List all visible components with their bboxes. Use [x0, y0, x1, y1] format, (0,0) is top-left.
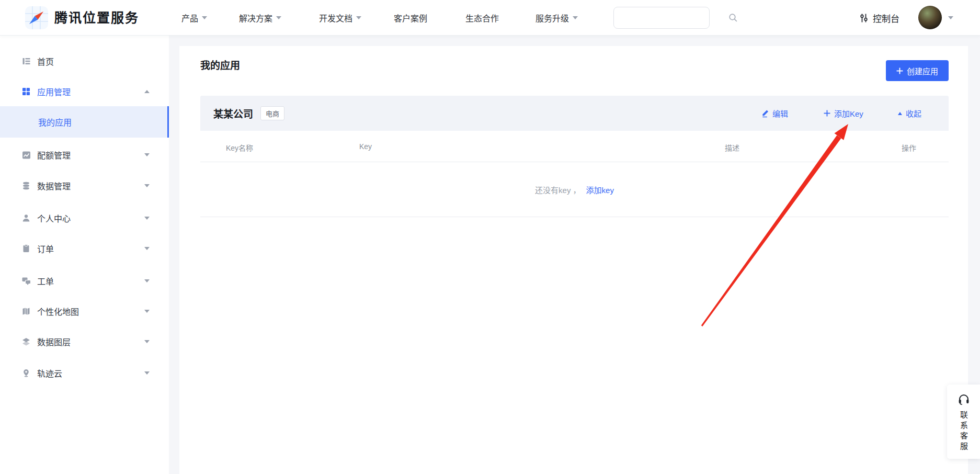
expand-caret-icon [144, 153, 150, 156]
sidebar-item-orders[interactable]: 订单 [0, 235, 169, 262]
app-card-header: 某某公司 电商 编辑 添加Key 收起 [200, 96, 949, 131]
plus-icon [824, 110, 830, 117]
add-key-button[interactable]: 添加Key [824, 96, 863, 131]
sliders-icon [859, 13, 869, 23]
pencil-icon [761, 109, 769, 118]
app-name: 某某公司 [213, 106, 253, 120]
column-header-key: Key [359, 142, 372, 151]
grid-icon [22, 87, 32, 96]
column-header-description: 描述 [725, 142, 739, 153]
sidebar-item-data-layers[interactable]: 数据图层 [0, 329, 169, 355]
contact-support-label: 联系客服 [958, 411, 969, 453]
ticket-chat-icon [22, 277, 32, 286]
user-icon [22, 214, 32, 223]
avatar[interactable] [918, 6, 942, 29]
sidebar-item-app-management[interactable]: 应用管理 [0, 78, 169, 105]
headset-icon [958, 393, 970, 405]
create-app-button[interactable]: 创建应用 [886, 60, 949, 81]
sidebar-item-personal-center[interactable]: 个人中心 [0, 205, 169, 231]
expand-caret-icon [144, 310, 150, 313]
sidebar-item-track-cloud[interactable]: 轨迹云 [0, 360, 169, 386]
app-card: 某某公司 电商 编辑 添加Key 收起 [200, 96, 949, 217]
chevron-down-icon [202, 16, 207, 19]
expand-caret-icon [144, 217, 150, 220]
search-icon[interactable] [728, 13, 738, 22]
brand-logo-icon[interactable] [25, 6, 48, 29]
order-clipboard-icon [22, 244, 32, 253]
page-title: 我的应用 [200, 58, 240, 72]
console-link[interactable]: 控制台 [859, 0, 899, 36]
expand-caret-icon [144, 340, 150, 343]
key-table-header: Key名称 Key 描述 操作 [200, 131, 949, 162]
plus-icon [896, 67, 903, 74]
nav-item-cases[interactable]: 客户案例 [394, 0, 427, 36]
expand-caret-icon [144, 247, 150, 250]
home-list-icon [22, 57, 32, 66]
nav-item-docs[interactable]: 开发文档 [319, 0, 361, 36]
custom-map-icon [22, 307, 32, 316]
quota-chart-icon [22, 151, 32, 160]
app-category-badge: 电商 [260, 106, 284, 120]
brand-title[interactable]: 腾讯位置服务 [54, 0, 139, 36]
expand-caret-icon [144, 184, 150, 187]
collapse-up-icon [898, 112, 902, 115]
nav-item-solutions[interactable]: 解决方案 [239, 0, 281, 36]
chevron-down-icon [573, 16, 578, 19]
search-box [613, 7, 710, 29]
nav-item-service-upgrade[interactable]: 服务升级 [535, 0, 578, 36]
nav-item-products[interactable]: 产品 [181, 0, 207, 36]
collapse-caret-icon [144, 90, 150, 93]
sidebar-item-quota[interactable]: 配额管理 [0, 142, 169, 168]
database-icon [22, 182, 32, 190]
chevron-down-icon [276, 16, 281, 19]
collapse-button[interactable]: 收起 [898, 96, 921, 131]
add-key-link[interactable]: 添加key [586, 184, 614, 195]
column-header-key-name: Key名称 [226, 142, 253, 153]
chevron-down-icon [356, 16, 361, 19]
expand-caret-icon [144, 371, 150, 375]
expand-caret-icon [144, 279, 150, 283]
column-header-actions: 操作 [902, 142, 916, 153]
edit-button[interactable]: 编辑 [761, 96, 788, 131]
empty-state-text: 还没有key ， [535, 184, 581, 195]
sidebar-item-custom-map[interactable]: 个性化地图 [0, 298, 169, 324]
avatar-menu-caret-icon[interactable] [948, 16, 953, 19]
sidebar-item-my-apps[interactable]: 我的应用 [0, 106, 169, 138]
layers-icon [22, 337, 32, 346]
nav-item-ecosystem[interactable]: 生态合作 [465, 0, 499, 36]
sidebar-item-data-management[interactable]: 数据管理 [0, 173, 169, 199]
top-navbar: 腾讯位置服务 产品 解决方案 开发文档 客户案例 生态合作 服务升级 [0, 0, 980, 36]
empty-state-row: 还没有key ， 添加key [200, 162, 949, 217]
search-input[interactable] [614, 7, 728, 28]
contact-support-widget[interactable]: 联系客服 [947, 385, 980, 459]
main-panel: 我的应用 创建应用 某某公司 电商 编辑 添加Ke [179, 46, 968, 474]
track-pin-icon [22, 369, 32, 378]
sidebar-item-tickets[interactable]: 工单 [0, 268, 169, 294]
sidebar: 首页 应用管理 我的应用 配额管理 [0, 36, 169, 474]
sidebar-item-home[interactable]: 首页 [0, 48, 169, 74]
